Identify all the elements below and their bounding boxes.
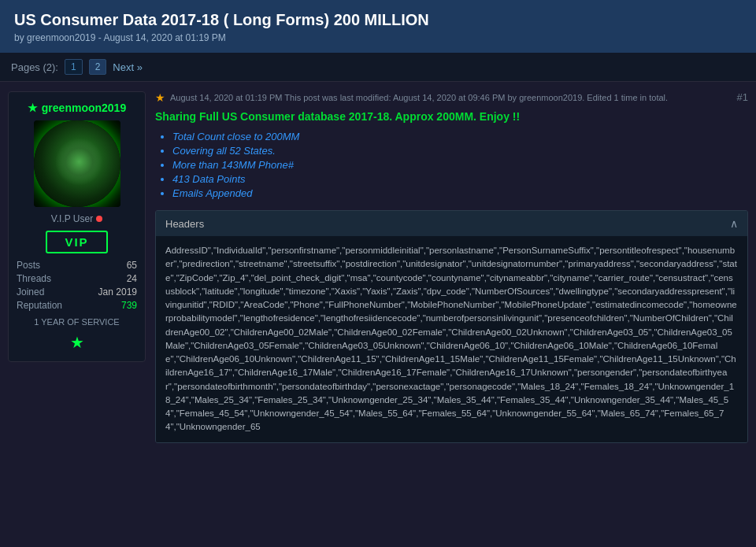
user-card: ★ greenmoon2019 V.I.P User VIP Posts 65 … <box>8 91 146 362</box>
gold-star-icon: ★ <box>70 333 84 352</box>
post-meta: ★ August 14, 2020 at 01:19 PM This post … <box>155 91 748 104</box>
role-label: V.I.P User <box>51 213 102 224</box>
joined-value: Jan 2019 <box>83 286 137 298</box>
avatar-image <box>34 120 120 207</box>
meta-left: ★ August 14, 2020 at 01:19 PM This post … <box>155 91 668 104</box>
next-page-link[interactable]: Next » <box>113 61 143 73</box>
user-stats: Posts 65 Threads 24 Joined Jan 2019 Repu… <box>17 260 137 311</box>
pages-label: Pages (2): <box>11 61 58 73</box>
headers-label: Headers <box>165 218 204 230</box>
meta-star-icon: ★ <box>155 91 165 104</box>
avatar <box>34 120 120 207</box>
collapse-icon: ∧ <box>730 217 738 230</box>
bullet-item: Total Count close to 200MM <box>172 131 748 142</box>
role-text: V.I.P User <box>51 213 93 224</box>
posts-value: 65 <box>83 260 137 271</box>
post-number: #1 <box>737 91 748 103</box>
bullet-list: Total Count close to 200MM Covering all … <box>155 131 748 199</box>
username-display: ★ greenmoon2019 <box>28 102 126 114</box>
bullet-item: Covering all 52 States. <box>172 145 748 157</box>
headers-title-bar[interactable]: Headers ∧ <box>156 211 747 236</box>
service-badge: 1 YEAR OF SERVICE <box>34 317 119 327</box>
page-header: US Consumer Data 2017-18 ( Long Forms) 2… <box>0 0 756 53</box>
byline: by greenmoon2019 - August 14, 2020 at 01… <box>14 32 742 43</box>
headers-section: Headers ∧ AddressID","IndividualId","per… <box>155 210 748 443</box>
user-star-icon: ★ <box>28 102 38 114</box>
bullet-item: More than 143MM Phone# <box>172 159 748 171</box>
page-1-link[interactable]: 1 <box>65 59 83 75</box>
post-title: Sharing Full US Consumer database 2017-1… <box>155 110 748 123</box>
bullet-item: 413 Data Points <box>172 173 748 185</box>
reputation-label: Reputation <box>17 300 77 311</box>
username-text: greenmoon2019 <box>42 102 126 114</box>
online-dot <box>96 216 102 222</box>
pagination-bar: Pages (2): 1 2 Next » <box>0 53 756 82</box>
threads-label: Threads <box>17 273 77 284</box>
bullet-item: Emails Appended <box>172 187 748 199</box>
post-area: ★ August 14, 2020 at 01:19 PM This post … <box>155 91 748 443</box>
page-title: US Consumer Data 2017-18 ( Long Forms) 2… <box>14 11 742 29</box>
post-meta-text: August 14, 2020 at 01:19 PM This post wa… <box>170 93 668 102</box>
posts-label: Posts <box>17 260 77 271</box>
page-2-link[interactable]: 2 <box>89 59 107 75</box>
headers-content: AddressID","IndividualId","personfirstna… <box>156 236 747 442</box>
threads-value: 24 <box>83 273 137 284</box>
main-layout: ★ greenmoon2019 V.I.P User VIP Posts 65 … <box>0 82 756 453</box>
reputation-value: 739 <box>83 300 137 311</box>
vip-badge: VIP <box>46 231 107 253</box>
joined-label: Joined <box>17 286 77 298</box>
